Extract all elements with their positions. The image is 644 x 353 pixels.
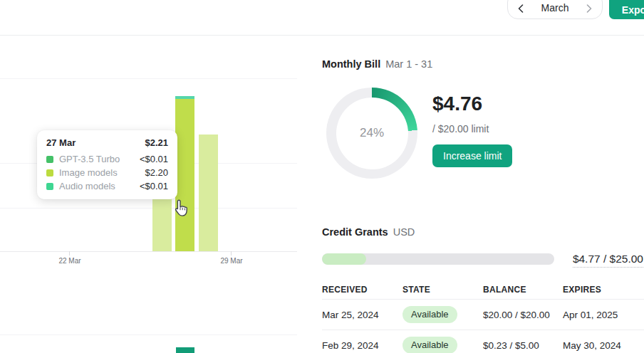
x-axis-line [0,251,297,252]
header-divider [0,35,644,36]
credit-grants-progress-bar [322,253,554,265]
credit-grants-table: RECEIVED STATE BALANCE EXPIRES Mar 25, 2… [322,280,644,353]
usage-bar-28-mar[interactable] [199,135,218,251]
grant-expires-date: May 30, 2024 [563,340,644,351]
column-header-expires: EXPIRES [563,285,644,295]
usage-bar-27-mar[interactable] [175,96,194,251]
tooltip-series-label: Image models [59,167,145,178]
grant-balance: $20.00 / $20.00 [483,310,563,320]
column-header-received: RECEIVED [322,285,402,295]
month-navigator: March [507,0,603,19]
bill-limit-text: / $20.00 limit [432,123,489,135]
grant-expires-date: Apr 01, 2025 [563,310,644,320]
gridline [0,208,297,209]
grant-received-date: Mar 25, 2024 [322,310,402,320]
credit-grants-currency: USD [393,226,415,238]
increase-limit-button[interactable]: Increase limit [432,144,512,167]
tooltip-total: $2.21 [145,137,168,148]
usage-dashboard: March Export 22 Mar 29 Mar 27 Mar $2.21 … [0,0,644,353]
table-header-row: RECEIVED STATE BALANCE EXPIRES [322,280,644,299]
column-header-balance: BALANCE [483,285,563,295]
status-badge: Available [402,337,457,353]
export-button[interactable]: Export [609,0,644,19]
image-models-swatch-icon [46,169,53,176]
bill-amount: $4.76 [432,93,482,115]
month-label: March [541,2,569,14]
column-header-state: STATE [402,285,483,295]
cumulative-chart-bar[interactable] [176,347,194,353]
tooltip-row: GPT-3.5 Turbo <$0.01 [46,154,168,164]
status-badge: Available [402,306,457,323]
tooltip-series-value: <$0.01 [140,154,168,164]
table-row: Feb 29, 2024 Available $0.23 / $5.00 May… [322,330,644,353]
tooltip-date: 27 Mar [46,137,76,148]
tooltip-series-value: <$0.01 [140,181,168,191]
credit-grants-usage-text[interactable]: $4.77 / $25.00 [573,253,643,268]
tooltip-series-label: Audio models [59,181,140,191]
gridline [0,334,297,335]
hand-pointer-cursor-icon [173,199,189,221]
donut-percent-label: 24% [360,126,384,140]
table-row: Mar 25, 2024 Available $20.00 / $20.00 A… [322,299,644,330]
tooltip-series-value: $2.20 [145,167,168,178]
credit-grants-progress-fill [322,253,366,265]
audio-models-segment [175,96,194,99]
monthly-bill-period: Mar 1 - 31 [385,58,432,70]
gpt35-turbo-swatch-icon [46,156,53,163]
x-axis-label: 29 Mar [220,257,242,265]
tooltip-series-label: GPT-3.5 Turbo [59,154,140,164]
audio-models-swatch-icon [46,183,53,190]
chart-tooltip: 27 Mar $2.21 GPT-3.5 Turbo <$0.01 Image … [37,130,177,199]
chevron-right-icon [586,4,592,13]
credit-grants-heading: Credit Grants USD [322,226,415,238]
monthly-bill-heading: Monthly Bill Mar 1 - 31 [322,58,432,70]
next-month-button[interactable] [583,3,595,14]
credit-grants-title: Credit Grants [322,226,388,238]
chevron-left-icon [518,4,524,13]
grant-balance: $0.23 / $5.00 [483,340,563,351]
previous-month-button[interactable] [515,3,526,14]
monthly-bill-title: Monthly Bill [322,58,380,70]
tooltip-row: Audio models <$0.01 [46,181,168,191]
x-axis-tick [69,251,70,255]
usage-bar-26-mar[interactable] [152,194,172,251]
tooltip-row: Image models $2.20 [46,167,168,178]
gridline [0,78,297,79]
x-axis-label: 22 Mar [58,257,80,265]
grant-received-date: Feb 29, 2024 [322,340,402,351]
usage-donut-gauge: 24% [326,88,417,179]
x-axis-tick [231,251,232,255]
